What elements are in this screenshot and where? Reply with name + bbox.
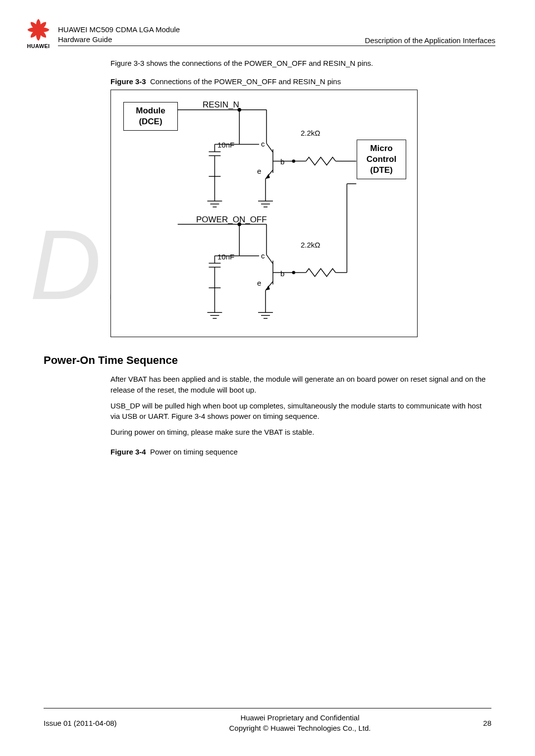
page-content: Figure 3-3 shows the connections of the … — [0, 49, 535, 456]
figure-3-4-number: Figure 3-4 — [110, 448, 146, 456]
huawei-logo-icon — [25, 15, 52, 42]
footer-line1: Huawei Proprietary and Confidential — [117, 712, 483, 723]
footer-page: 28 — [483, 719, 491, 727]
figure-3-3-diagram: Module (DCE) Micro Control (DTE) RESIN_N… — [110, 90, 418, 337]
page-header: HUAWEI HUAWEI MC509 CDMA LGA Module Hard… — [0, 0, 535, 49]
header-titles: HUAWEI MC509 CDMA LGA Module Hardware Gu… — [58, 25, 495, 47]
footer-line2: Copyright © Huawei Technologies Co., Ltd… — [117, 723, 483, 733]
footer-issue: Issue 01 (2011-04-08) — [44, 719, 117, 727]
figure-3-4-caption: Figure 3-4 Power on timing sequence — [44, 448, 491, 456]
svg-line-16 — [267, 144, 273, 152]
doc-title: HUAWEI MC509 CDMA LGA Module Hardware Gu… — [58, 25, 180, 45]
doc-title-line1: HUAWEI MC509 CDMA LGA Module — [58, 25, 180, 35]
paragraph-3: During power on timing, please make sure… — [44, 427, 491, 438]
footer-center: Huawei Proprietary and Confidential Copy… — [117, 712, 483, 733]
intro-paragraph: Figure 3-3 shows the connections of the … — [44, 59, 491, 67]
power-on-section-title: Power-On Time Sequence — [44, 354, 491, 367]
figure-3-4-text: Power on timing sequence — [150, 448, 238, 456]
paragraph-1: After VBAT has been applied and is stabl… — [44, 374, 491, 396]
figure-3-3-number: Figure 3-3 — [110, 77, 146, 86]
section-name: Description of the Application Interface… — [365, 36, 495, 45]
logo-block: HUAWEI — [25, 15, 52, 49]
page-footer: Issue 01 (2011-04-08) Huawei Proprietary… — [44, 708, 491, 733]
circuit-svg-icon — [111, 90, 417, 337]
figure-3-3-text: Connections of the POWER_ON_OFF and RESI… — [150, 77, 341, 86]
figure-3-3-caption: Figure 3-3 Connections of the POWER_ON_O… — [44, 77, 491, 86]
logo-text: HUAWEI — [27, 43, 50, 49]
paragraph-2: USB_DP will be pulled high when boot up … — [44, 401, 491, 422]
doc-title-line2: Hardware Guide — [58, 35, 180, 45]
svg-line-44 — [267, 255, 273, 264]
